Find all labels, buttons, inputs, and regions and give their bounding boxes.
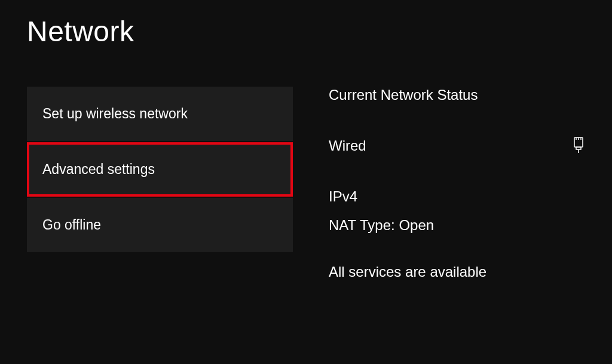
services-status-label: All services are available [329, 264, 585, 280]
navigation-panel: Set up wireless network Advanced setting… [27, 87, 293, 280]
status-heading: Current Network Status [329, 87, 585, 103]
ip-version-label: IPv4 [329, 188, 585, 205]
nat-type-label: NAT Type: Open [329, 217, 585, 234]
connection-type-row: Wired [329, 136, 585, 155]
status-details: IPv4 NAT Type: Open All services are ava… [329, 188, 585, 280]
content-area: Set up wireless network Advanced setting… [27, 87, 585, 280]
status-panel: Current Network Status Wired IP [329, 87, 585, 280]
svg-rect-4 [576, 147, 581, 149]
go-offline-button[interactable]: Go offline [27, 198, 293, 252]
setup-wireless-button[interactable]: Set up wireless network [27, 87, 293, 141]
ethernet-icon [572, 136, 585, 155]
page-title: Network [27, 15, 585, 48]
connection-type-label: Wired [329, 137, 366, 154]
advanced-settings-button[interactable]: Advanced settings [27, 142, 293, 197]
